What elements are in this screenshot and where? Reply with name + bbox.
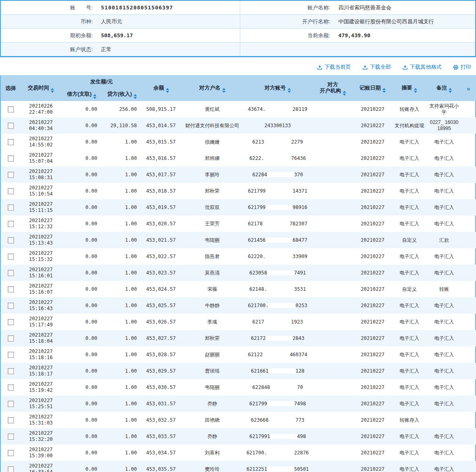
cell-debit: 0.00 (61, 248, 102, 265)
cell-transaction-time: 2021022715:18:17 (20, 363, 61, 379)
row-checkbox[interactable] (8, 123, 14, 129)
cell-booking-date: 20210227 (354, 166, 391, 183)
row-checkbox[interactable] (8, 286, 14, 292)
cell-credit: 1.00 (102, 232, 142, 248)
col-header-balance[interactable]: 余额 (142, 76, 181, 101)
cell-transaction-time: 2021022715:15:32 (20, 248, 61, 265)
cell-credit: 29,110.58 (102, 117, 142, 134)
cell-credit: 1.00 (102, 281, 142, 297)
col-header-note[interactable]: 备注 (428, 76, 460, 101)
cell-counterparty-bank (311, 330, 354, 346)
sort-icon (343, 91, 346, 96)
download-other-format-link[interactable]: 下载其他格式 (402, 63, 442, 71)
col-header-booking-date[interactable]: 记账日期 (354, 76, 391, 101)
sort-icon (288, 88, 291, 93)
cell-credit: 1.00 (102, 363, 142, 379)
cell-counterparty-name: 黄红斌 (181, 101, 244, 117)
cell-summary: 电子汇入 (391, 166, 428, 183)
row-checkbox[interactable] (8, 254, 14, 260)
redacted-block (266, 205, 293, 210)
cell-counterparty-account: 6217997498 (244, 396, 311, 412)
redacted-block (263, 352, 290, 357)
cell-summary: 电子汇入 (391, 363, 428, 379)
row-checkbox[interactable] (8, 417, 14, 423)
table-row: 2021022715:12:32 0.00 1.00 453,020.57 王荣… (1, 216, 476, 232)
cell-note: 电子汇入 (428, 183, 460, 199)
row-checkbox[interactable] (8, 384, 14, 391)
row-checkbox[interactable] (8, 106, 14, 112)
cell-booking-date: 20210227 (354, 346, 391, 363)
account-name-value: 四川省索玛慈善基金会 (334, 0, 476, 15)
cell-counterparty-account: 62148.3531 (244, 281, 311, 297)
sort-icon (166, 88, 169, 93)
row-checkbox[interactable] (8, 205, 14, 211)
row-checkbox[interactable] (8, 352, 14, 358)
row-checkbox[interactable] (8, 155, 14, 162)
table-row: 2021022622:47:00 0.00 256.00 508,915.17 … (1, 101, 476, 117)
cell-summary: 电子汇入 (391, 330, 428, 346)
cell-credit: 1.00 (102, 150, 142, 166)
cell-counterparty-bank (311, 297, 354, 314)
col-header-transaction-time[interactable]: 交易时间 (20, 76, 61, 101)
cell-balance: 453,035.57 (142, 461, 181, 472)
row-checkbox[interactable] (8, 303, 14, 309)
cell-booking-date: 20210227 (354, 134, 391, 150)
redacted-block (270, 385, 297, 390)
cell-counterparty-bank (311, 445, 354, 461)
cell-summary: 转账存入 (391, 101, 428, 117)
cell-counterparty-account: 621661128 (244, 363, 311, 379)
table-row: 2021022715:18:17 0.00 1.00 453,029.57 曹琰… (1, 363, 476, 379)
cell-balance: 453,018.57 (142, 183, 181, 199)
row-checkbox[interactable] (8, 401, 14, 407)
cell-note: 电子汇入 (428, 363, 460, 379)
cell-more (460, 297, 476, 314)
cell-debit: 0.00 (61, 150, 102, 166)
row-checkbox[interactable] (8, 188, 14, 194)
table-row: 2021022715:18:04 0.00 1.00 453,027.57 郑秋… (1, 330, 476, 346)
col-header-counterparty-bank[interactable]: 对方 开户机构 (311, 76, 354, 101)
row-checkbox[interactable] (8, 237, 14, 243)
row-checkbox[interactable] (8, 434, 14, 440)
row-checkbox[interactable] (8, 172, 14, 178)
cell-transaction-time: 2021022715:16:01 (20, 265, 61, 281)
row-checkbox[interactable] (8, 270, 14, 276)
row-checkbox[interactable] (8, 450, 14, 456)
col-header-summary[interactable]: 摘要 (391, 76, 428, 101)
more-columns-button[interactable]: » (460, 76, 476, 101)
cell-balance: 453,019.57 (142, 199, 181, 216)
cell-debit: 0.00 (61, 379, 102, 396)
toolbar-top: 下载当前页 下载全部 下载其他格式 打印 (0, 57, 476, 75)
row-checkbox[interactable] (8, 466, 14, 472)
redacted-block (270, 434, 297, 439)
cell-debit: 0.00 (61, 134, 102, 150)
cell-transaction-time: 2021022715:18:16 (20, 346, 61, 363)
col-header-debit[interactable]: 借方(支取) (61, 88, 102, 101)
cell-select (1, 183, 20, 199)
cell-balance: 453,032.57 (142, 412, 181, 428)
cell-counterparty-account: 62171923 (244, 314, 311, 330)
col-header-counterparty-account[interactable]: 对方账号 (244, 76, 311, 101)
table-row: 2021022715:07:04 0.00 1.00 453,016.57 郑炜… (1, 150, 476, 166)
cell-counterparty-bank (311, 363, 354, 379)
table-row: 2021022714:55:02 0.00 1.00 453,015.57 徐姗… (1, 134, 476, 150)
row-checkbox[interactable] (8, 368, 14, 374)
cell-debit: 0.00 (61, 183, 102, 199)
table-row: 2021022715:15:32 0.00 1.00 453,022.57 陈燕… (1, 248, 476, 265)
row-checkbox[interactable] (8, 319, 14, 325)
download-all-link[interactable]: 下载全部 (362, 63, 391, 71)
cell-booking-date: 20210227 (354, 216, 391, 232)
row-checkbox[interactable] (8, 221, 14, 227)
col-header-credit[interactable]: 贷方(收入) (102, 88, 142, 101)
cell-select (1, 265, 20, 281)
download-current-page-link[interactable]: 下载当前页 (317, 63, 351, 71)
row-checkbox[interactable] (8, 139, 14, 145)
print-link[interactable]: 打印 (453, 63, 471, 71)
download-icon (362, 65, 368, 70)
col-header-counterparty-name[interactable]: 对方户名 (181, 76, 244, 101)
row-checkbox[interactable] (8, 335, 14, 342)
cell-counterparty-account: 621225150501 (244, 461, 311, 472)
cell-debit: 0.00 (61, 101, 102, 117)
cell-balance: 453,025.57 (142, 297, 181, 314)
cell-booking-date: 20210227 (354, 330, 391, 346)
cell-summary: 电子汇入 (391, 445, 428, 461)
